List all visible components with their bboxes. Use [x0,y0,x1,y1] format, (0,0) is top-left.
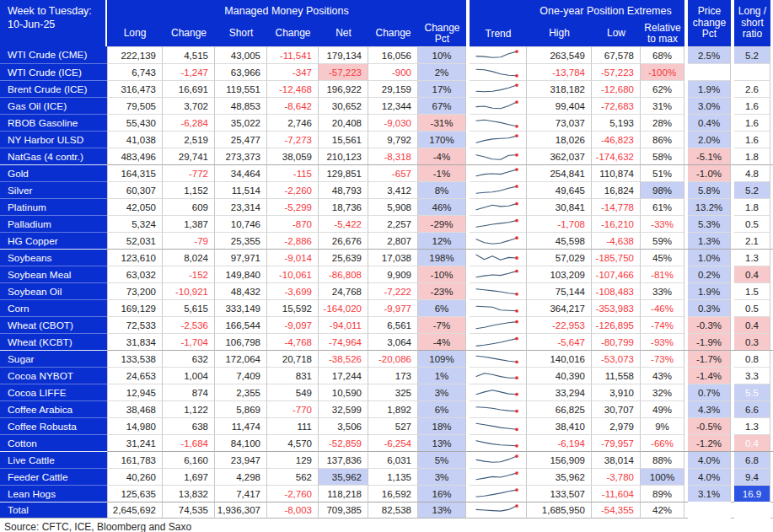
table-row: Brent Crude (ICE)316,47316,691119,551-12… [0,80,773,97]
cell-rel: -100% [641,63,684,80]
cell-long: 164,315 [107,164,163,181]
table-row: Feeder Cattle40,2601,6974,29856235,9621,… [0,468,773,485]
cell-short: 166,544 [215,316,267,333]
cell-net_chg: 1,892 [368,400,418,417]
cell-price: -5.1% [688,148,731,164]
cell-high: 99,404 [527,97,592,114]
cell-high: 156,909 [527,451,592,468]
cell-long_chg: 632 [163,350,215,367]
cell-rel: 28% [641,114,684,131]
cell-chg_pct: 2% [418,63,466,80]
table-row: Sugar133,538632172,06420,718-38,526-20,0… [0,350,773,367]
cell-price: -1.4% [688,367,731,384]
row-label: Brent Crude (ICE) [0,80,107,97]
cell-short: 11,474 [215,417,267,434]
cell-high: 66,825 [527,400,592,417]
cell-rel: 61% [641,198,684,215]
group-header-managed-money: Managed Money Positions [107,0,466,21]
trend-sparkline [473,470,523,484]
cell-spark [470,266,527,282]
trend-sparkline [473,352,523,366]
cell-long: 483,496 [107,148,163,164]
row-label: Soybeans [0,249,107,266]
row-label: Wheat (CBOT) [0,316,107,333]
cell-low: 3,910 [592,384,641,400]
cell-long_chg: 6,160 [163,451,215,468]
cell-low: -12,680 [592,80,641,97]
cell-short: 10,746 [215,215,267,232]
cell-chg_pct: 10% [418,46,466,63]
cell-net: 20,408 [319,114,368,131]
cell-ratio: 0.4 [734,316,770,333]
cell-net_chg: -7,222 [368,282,418,299]
cell-short_chg: -5,299 [267,198,319,215]
cell-short: 333,149 [215,299,267,316]
trend-sparkline [473,83,523,96]
cell-spark [470,468,527,485]
cell-long: 12,945 [107,384,163,400]
cell-low: -57,223 [592,63,641,80]
cell-high: 254,841 [527,164,592,181]
cell-long: 316,473 [107,80,163,97]
cell-long_chg: -152 [163,266,215,282]
cell-net: 118,218 [319,485,368,502]
row-label: Sugar [0,350,107,367]
cell-chg_pct: 13% [418,434,466,451]
cell-price: 0.4% [688,114,731,131]
cell-low: -79,957 [592,434,641,451]
cell-rel: 49% [641,400,684,417]
col-header-change-net: Change [368,21,418,46]
trend-sparkline [473,268,523,282]
table-row: Cotton31,241-1,68484,1004,570-52,859-6,2… [0,434,773,451]
cell-short_chg: -10,061 [267,266,319,282]
cell-long: 79,505 [107,97,163,114]
cell-short_chg: -347 [267,63,319,80]
cell-rel: 89% [641,485,684,502]
cell-ratio: 0.5 [734,215,770,232]
source-footer: Source: CFTC, ICE, Bloomberg and Saxo [0,519,773,532]
cell-ratio: 1.8 [734,148,770,164]
cell-ratio: 5.2 [734,181,770,198]
cell-short_chg: 111 [267,417,319,434]
cell-price: 0.3% [688,299,731,316]
cell-chg_pct: -7% [418,316,466,333]
cell-price: -0.5% [688,417,731,434]
cell-low: -108,483 [592,282,641,299]
cell-net_chg: -9,977 [368,299,418,316]
cell-net: 179,134 [319,46,368,63]
trend-sparkline [473,503,523,517]
table-row: Cocoa NYBOT24,6531,0047,40983117,2441731… [0,367,773,384]
cell-long_chg: -10,921 [163,282,215,299]
table-row: NatGas (4 contr.)483,49629,741273,37338,… [0,148,773,164]
cell-short: 48,432 [215,282,267,299]
cell-long_chg: -1,704 [163,333,215,350]
cell-high: -5,647 [527,333,592,350]
table-row: Gas Oil (ICE)79,5053,70248,853-8,64230,6… [0,97,773,114]
cell-long_chg: 1,122 [163,400,215,417]
trend-sparkline [473,234,523,248]
cell-long: 40,260 [107,468,163,485]
cell-net_chg: 1,135 [368,468,418,485]
cell-net: 32,599 [319,400,368,417]
cell-short: 2,355 [215,384,267,400]
cell-rel: 62% [641,80,684,97]
trend-sparkline [473,319,523,332]
trend-sparkline [473,487,523,501]
cell-short_chg: 38,059 [267,148,319,164]
cell-long: 31,834 [107,333,163,350]
cell-net: 48,793 [319,181,368,198]
cell-high: 35,962 [527,468,592,485]
cell-net: 17,244 [319,367,368,384]
cell-short: 34,464 [215,164,267,181]
cell-ratio: 1.6 [734,97,770,114]
cell-low: -72,683 [592,97,641,114]
cell-high: 1,685,950 [527,502,592,519]
cell-short: 43,005 [215,46,267,63]
cell-rel: 45% [641,249,684,266]
cell-spark [470,417,527,434]
row-label: WTI Crude (ICE) [0,63,107,80]
cell-long_chg: 5,615 [163,299,215,316]
row-label: Platinum [0,198,107,215]
cell-chg_pct: 6% [418,400,466,417]
cell-spark [470,198,527,215]
